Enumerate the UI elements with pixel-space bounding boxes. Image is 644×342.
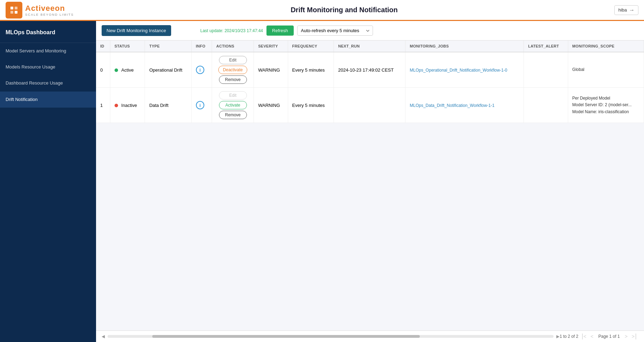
cell-monitoring-scope: Per Deployed Model Model Server ID: 2 (m… [568,88,644,123]
col-frequency: FREQUENCY [288,41,334,52]
scope-text-0: Global [572,67,585,72]
cell-latest-alert [524,52,568,88]
cell-next-run [334,88,405,123]
new-drift-button[interactable]: New Drift Monitoring Instance [102,25,171,36]
prev-page-button: < [589,333,595,340]
cell-severity: WARNING [254,52,288,88]
status-text: Inactive [121,103,137,108]
logo-tagline: SCALE BEYOND LIMITS [25,13,74,16]
top-header: Activeeon SCALE BEYOND LIMITS Drift Moni… [0,0,644,21]
sidebar-item-models-resource[interactable]: Models Resource Usage [0,59,96,75]
cell-frequency: Every 5 minutes [288,88,334,123]
table-body: 0 Active Operational Drift i Edit [96,52,644,123]
main-content: New Drift Monitoring Instance Last updat… [96,21,644,342]
cell-actions: Edit Deactivate Remove [212,52,254,88]
sidebar-item-dashboard-resource[interactable]: Dashboard Resource Usage [0,75,96,91]
action-btns-0: Edit Deactivate Remove [216,56,249,84]
monitoring-jobs-link-0[interactable]: MLOps_Operational_Drift_Notification_Wor… [410,68,507,73]
svg-rect-4 [15,11,17,14]
col-next-run: NEXT_RUN [334,41,405,52]
action-btns-1: Edit Activate Remove [216,91,249,119]
table-header: ID STATUS TYPE INFO ACTIONS SEVERITY FRE… [96,41,644,52]
user-name: hiba [618,7,627,13]
cell-status: Active [110,52,145,88]
first-page-button: ⎮< [580,333,588,340]
cell-type: Data Drift [145,88,191,123]
table-row: 0 Active Operational Drift i Edit [96,52,644,88]
svg-rect-0 [9,5,19,15]
col-id: ID [96,41,110,52]
sidebar: MLOps Dashboard Model Servers and Monito… [0,21,96,342]
page-title: Drift Monitoring and Notification [291,6,398,14]
toolbar-right: Last update: 2024/10/23 17:47:44 Refresh… [198,26,638,36]
svg-rect-2 [15,7,17,9]
table-row: 1 Inactive Data Drift i Edit Acti [96,88,644,123]
col-latest-alert: LATEST_ALERT [524,41,568,52]
cell-id: 0 [96,52,110,88]
remove-button-0[interactable]: Remove [219,75,247,84]
next-page-button: > [623,333,629,340]
logo-text: Activeeon SCALE BEYOND LIMITS [25,4,74,16]
edit-button-1: Edit [219,91,247,100]
scroll-track[interactable] [108,335,554,338]
activate-button-1[interactable]: Activate [219,101,247,109]
col-severity: SEVERITY [254,41,288,52]
cell-type: Operational Drift [145,52,191,88]
drift-table: ID STATUS TYPE INFO ACTIONS SEVERITY FRE… [96,41,644,123]
cell-info: i [191,88,212,123]
col-monitoring-scope: MONITORING_SCOPE [568,41,644,52]
scroll-left-arrow[interactable]: ◀ [102,334,105,339]
toolbar: New Drift Monitoring Instance Last updat… [96,21,644,41]
auto-refresh-select[interactable]: Auto-refresh every 5 minutes Auto-refres… [297,26,373,36]
sidebar-item-model-servers[interactable]: Model Servers and Monitoring [0,43,96,59]
cell-monitoring-jobs: MLOps_Data_Drift_Notification_Workflow-1… [405,88,524,123]
cell-severity: WARNING [254,88,288,123]
cell-actions: Edit Activate Remove [212,88,254,123]
page-info: Page 1 of 1 [598,334,620,339]
scope-text-1: Per Deployed Model Model Server ID: 2 (m… [572,95,639,115]
cell-info: i [191,52,212,88]
app-body: MLOps Dashboard Model Servers and Monito… [0,21,644,342]
last-update-value: 2024/10/23 17:47:44 [225,28,263,33]
table-area: ID STATUS TYPE INFO ACTIONS SEVERITY FRE… [96,41,644,330]
monitoring-jobs-link-1[interactable]: MLOps_Data_Drift_Notification_Workflow-1… [410,103,495,108]
col-info: INFO [191,41,212,52]
svg-rect-3 [10,11,13,14]
cell-next-run: 2024-10-23 17:49:02 CEST [334,52,405,88]
status-dot-inactive [115,104,118,107]
logo-icon [6,2,22,19]
status-dot-active [115,68,118,72]
refresh-button[interactable]: Refresh [266,26,294,36]
remove-button-1[interactable]: Remove [219,111,247,119]
scroll-thumb [152,335,420,338]
cell-monitoring-scope: Global [568,52,644,88]
col-status: STATUS [110,41,145,52]
info-button-1[interactable]: i [196,101,204,109]
logout-icon[interactable]: → [629,7,635,13]
cell-monitoring-jobs: MLOps_Operational_Drift_Notification_Wor… [405,52,524,88]
col-actions: ACTIONS [212,41,254,52]
cell-frequency: Every 5 minutes [288,52,334,88]
user-menu[interactable]: hiba → [614,5,638,15]
last-page-button: >⎮ [630,333,638,340]
edit-button-0[interactable]: Edit [219,56,247,64]
status-text: Active [121,67,133,73]
svg-rect-1 [10,7,13,9]
pagination: 1 to 2 of 2 ⎮< < Page 1 of 1 > >⎮ [559,333,638,340]
last-update-label: Last update: 2024/10/23 17:47:44 [200,28,263,33]
bottom-bar: ◀ ▶ 1 to 2 of 2 ⎮< < Page 1 of 1 > >⎮ [96,330,644,342]
info-button-0[interactable]: i [196,66,204,74]
logo-area: Activeeon SCALE BEYOND LIMITS [6,2,74,19]
cell-latest-alert [524,88,568,123]
sidebar-item-drift-notification[interactable]: Drift Notification [0,92,96,108]
cell-status: Inactive [110,88,145,123]
scroll-right-arrow[interactable]: ▶ [556,334,559,339]
logo-name: Activeeon [25,4,74,13]
pagination-range: 1 to 2 of 2 [559,334,578,339]
sidebar-title: MLOps Dashboard [0,24,96,43]
col-type: TYPE [145,41,191,52]
col-monitoring-jobs: MONITORING_JOBS [405,41,524,52]
cell-id: 1 [96,88,110,123]
deactivate-button-0[interactable]: Deactivate [218,66,247,74]
